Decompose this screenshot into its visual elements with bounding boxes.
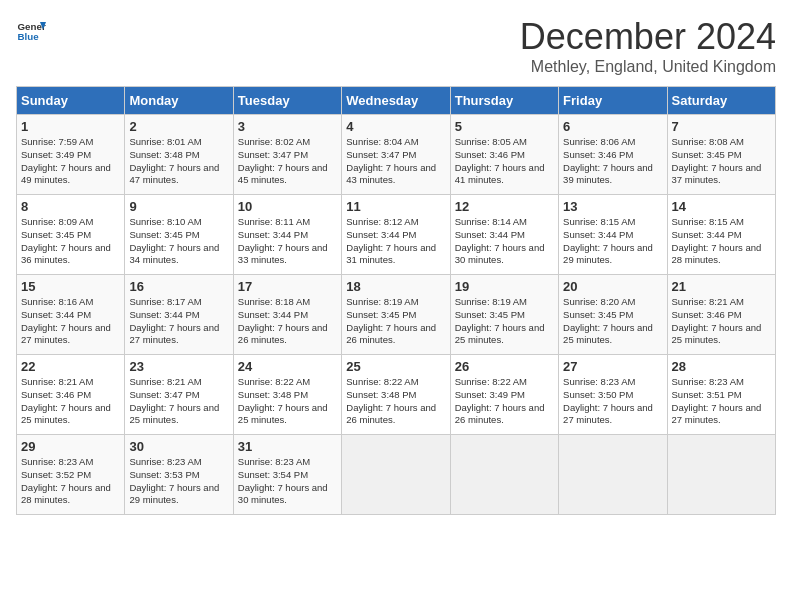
cell-4-2: 23 Sunrise: 8:21 AMSunset: 3:47 PMDaylig… (125, 355, 233, 435)
cell-3-2: 16 Sunrise: 8:17 AMSunset: 3:44 PMDaylig… (125, 275, 233, 355)
day-info: Sunrise: 8:23 AMSunset: 3:50 PMDaylight:… (563, 376, 662, 427)
day-info: Sunrise: 8:22 AMSunset: 3:49 PMDaylight:… (455, 376, 554, 427)
day-info: Sunrise: 8:11 AMSunset: 3:44 PMDaylight:… (238, 216, 337, 267)
header-row: Sunday Monday Tuesday Wednesday Thursday… (17, 87, 776, 115)
cell-3-3: 17 Sunrise: 8:18 AMSunset: 3:44 PMDaylig… (233, 275, 341, 355)
day-number: 25 (346, 359, 445, 374)
location: Methley, England, United Kingdom (520, 58, 776, 76)
day-number: 5 (455, 119, 554, 134)
day-number: 3 (238, 119, 337, 134)
day-info: Sunrise: 8:09 AMSunset: 3:45 PMDaylight:… (21, 216, 120, 267)
day-number: 23 (129, 359, 228, 374)
cell-1-4: 4 Sunrise: 8:04 AMSunset: 3:47 PMDayligh… (342, 115, 450, 195)
day-info: Sunrise: 8:23 AMSunset: 3:53 PMDaylight:… (129, 456, 228, 507)
day-info: Sunrise: 8:22 AMSunset: 3:48 PMDaylight:… (238, 376, 337, 427)
cell-2-7: 14 Sunrise: 8:15 AMSunset: 3:44 PMDaylig… (667, 195, 775, 275)
day-info: Sunrise: 8:10 AMSunset: 3:45 PMDaylight:… (129, 216, 228, 267)
cell-3-7: 21 Sunrise: 8:21 AMSunset: 3:46 PMDaylig… (667, 275, 775, 355)
cell-5-1: 29 Sunrise: 8:23 AMSunset: 3:52 PMDaylig… (17, 435, 125, 515)
month-title: December 2024 (520, 16, 776, 58)
day-info: Sunrise: 8:18 AMSunset: 3:44 PMDaylight:… (238, 296, 337, 347)
day-info: Sunrise: 8:19 AMSunset: 3:45 PMDaylight:… (455, 296, 554, 347)
svg-text:Blue: Blue (18, 31, 40, 42)
day-number: 11 (346, 199, 445, 214)
day-number: 1 (21, 119, 120, 134)
day-number: 22 (21, 359, 120, 374)
day-info: Sunrise: 8:14 AMSunset: 3:44 PMDaylight:… (455, 216, 554, 267)
day-info: Sunrise: 8:23 AMSunset: 3:54 PMDaylight:… (238, 456, 337, 507)
cell-1-2: 2 Sunrise: 8:01 AMSunset: 3:48 PMDayligh… (125, 115, 233, 195)
day-info: Sunrise: 8:05 AMSunset: 3:46 PMDaylight:… (455, 136, 554, 187)
cell-1-1: 1 Sunrise: 7:59 AMSunset: 3:49 PMDayligh… (17, 115, 125, 195)
day-number: 17 (238, 279, 337, 294)
week-row-3: 15 Sunrise: 8:16 AMSunset: 3:44 PMDaylig… (17, 275, 776, 355)
header: General Blue December 2024 Methley, Engl… (16, 16, 776, 76)
cell-4-6: 27 Sunrise: 8:23 AMSunset: 3:50 PMDaylig… (559, 355, 667, 435)
cell-3-6: 20 Sunrise: 8:20 AMSunset: 3:45 PMDaylig… (559, 275, 667, 355)
cell-1-3: 3 Sunrise: 8:02 AMSunset: 3:47 PMDayligh… (233, 115, 341, 195)
cell-1-5: 5 Sunrise: 8:05 AMSunset: 3:46 PMDayligh… (450, 115, 558, 195)
week-row-1: 1 Sunrise: 7:59 AMSunset: 3:49 PMDayligh… (17, 115, 776, 195)
cell-4-1: 22 Sunrise: 8:21 AMSunset: 3:46 PMDaylig… (17, 355, 125, 435)
logo: General Blue (16, 16, 46, 46)
cell-4-7: 28 Sunrise: 8:23 AMSunset: 3:51 PMDaylig… (667, 355, 775, 435)
day-number: 15 (21, 279, 120, 294)
col-friday: Friday (559, 87, 667, 115)
day-info: Sunrise: 8:23 AMSunset: 3:51 PMDaylight:… (672, 376, 771, 427)
cell-3-1: 15 Sunrise: 8:16 AMSunset: 3:44 PMDaylig… (17, 275, 125, 355)
day-info: Sunrise: 8:22 AMSunset: 3:48 PMDaylight:… (346, 376, 445, 427)
cell-5-2: 30 Sunrise: 8:23 AMSunset: 3:53 PMDaylig… (125, 435, 233, 515)
day-number: 21 (672, 279, 771, 294)
col-wednesday: Wednesday (342, 87, 450, 115)
day-info: Sunrise: 8:21 AMSunset: 3:46 PMDaylight:… (672, 296, 771, 347)
logo-icon: General Blue (16, 16, 46, 46)
col-tuesday: Tuesday (233, 87, 341, 115)
cell-2-3: 10 Sunrise: 8:11 AMSunset: 3:44 PMDaylig… (233, 195, 341, 275)
calendar-body: 1 Sunrise: 7:59 AMSunset: 3:49 PMDayligh… (17, 115, 776, 515)
cell-4-5: 26 Sunrise: 8:22 AMSunset: 3:49 PMDaylig… (450, 355, 558, 435)
day-number: 2 (129, 119, 228, 134)
col-monday: Monday (125, 87, 233, 115)
day-number: 18 (346, 279, 445, 294)
day-number: 26 (455, 359, 554, 374)
day-info: Sunrise: 8:02 AMSunset: 3:47 PMDaylight:… (238, 136, 337, 187)
cell-5-3: 31 Sunrise: 8:23 AMSunset: 3:54 PMDaylig… (233, 435, 341, 515)
day-info: Sunrise: 8:21 AMSunset: 3:47 PMDaylight:… (129, 376, 228, 427)
cell-1-6: 6 Sunrise: 8:06 AMSunset: 3:46 PMDayligh… (559, 115, 667, 195)
day-info: Sunrise: 7:59 AMSunset: 3:49 PMDaylight:… (21, 136, 120, 187)
cell-2-5: 12 Sunrise: 8:14 AMSunset: 3:44 PMDaylig… (450, 195, 558, 275)
day-number: 16 (129, 279, 228, 294)
cell-2-1: 8 Sunrise: 8:09 AMSunset: 3:45 PMDayligh… (17, 195, 125, 275)
calendar-table: Sunday Monday Tuesday Wednesday Thursday… (16, 86, 776, 515)
day-number: 6 (563, 119, 662, 134)
day-number: 12 (455, 199, 554, 214)
day-number: 9 (129, 199, 228, 214)
week-row-4: 22 Sunrise: 8:21 AMSunset: 3:46 PMDaylig… (17, 355, 776, 435)
day-number: 8 (21, 199, 120, 214)
day-number: 19 (455, 279, 554, 294)
day-info: Sunrise: 8:12 AMSunset: 3:44 PMDaylight:… (346, 216, 445, 267)
cell-2-4: 11 Sunrise: 8:12 AMSunset: 3:44 PMDaylig… (342, 195, 450, 275)
cell-3-4: 18 Sunrise: 8:19 AMSunset: 3:45 PMDaylig… (342, 275, 450, 355)
day-number: 31 (238, 439, 337, 454)
col-saturday: Saturday (667, 87, 775, 115)
cell-2-2: 9 Sunrise: 8:10 AMSunset: 3:45 PMDayligh… (125, 195, 233, 275)
col-thursday: Thursday (450, 87, 558, 115)
day-number: 14 (672, 199, 771, 214)
day-info: Sunrise: 8:23 AMSunset: 3:52 PMDaylight:… (21, 456, 120, 507)
day-info: Sunrise: 8:04 AMSunset: 3:47 PMDaylight:… (346, 136, 445, 187)
day-number: 20 (563, 279, 662, 294)
day-info: Sunrise: 8:01 AMSunset: 3:48 PMDaylight:… (129, 136, 228, 187)
day-info: Sunrise: 8:15 AMSunset: 3:44 PMDaylight:… (672, 216, 771, 267)
cell-5-5 (450, 435, 558, 515)
cell-4-3: 24 Sunrise: 8:22 AMSunset: 3:48 PMDaylig… (233, 355, 341, 435)
day-info: Sunrise: 8:15 AMSunset: 3:44 PMDaylight:… (563, 216, 662, 267)
day-info: Sunrise: 8:17 AMSunset: 3:44 PMDaylight:… (129, 296, 228, 347)
cell-5-6 (559, 435, 667, 515)
day-number: 13 (563, 199, 662, 214)
title-area: December 2024 Methley, England, United K… (520, 16, 776, 76)
day-number: 4 (346, 119, 445, 134)
cell-1-7: 7 Sunrise: 8:08 AMSunset: 3:45 PMDayligh… (667, 115, 775, 195)
day-number: 30 (129, 439, 228, 454)
day-number: 28 (672, 359, 771, 374)
